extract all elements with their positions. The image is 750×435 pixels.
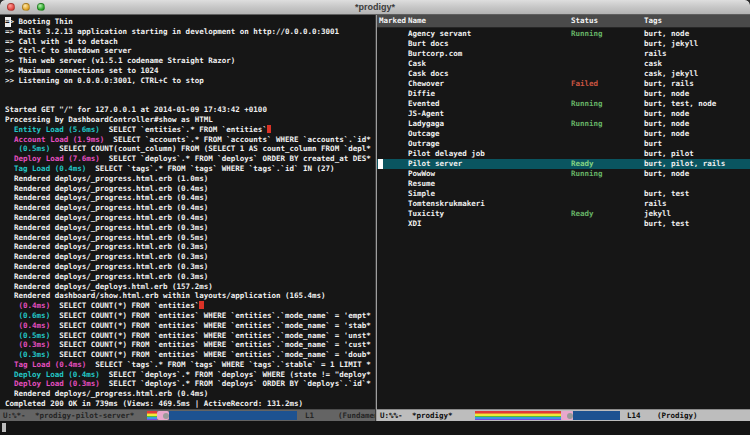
- log-line: Rendered deploys/_progress.html.erb (0.3…: [5, 223, 375, 233]
- log-line: Rendered deploys/_progress.html.erb (0.3…: [5, 272, 375, 282]
- log-text: Rendered deploys/_progress.html.erb (0.3…: [5, 272, 208, 281]
- service-tags: burt: [644, 139, 662, 149]
- log-text: Rendered deploys/_deploys.html.erb (157.…: [5, 282, 213, 291]
- service-tags: cask, jekyll: [644, 69, 698, 79]
- service-name: Outrage: [408, 139, 440, 149]
- window-title: *prodigy*: [0, 0, 750, 14]
- title-bar[interactable]: *prodigy*: [0, 0, 750, 15]
- service-row[interactable]: Burt docsburt, jekyll: [377, 39, 750, 49]
- log-text: SELECT COUNT(*) FROM `entities` WHERE `e…: [50, 350, 371, 359]
- nyan-cat-icon: [157, 411, 169, 420]
- service-status: Running: [571, 169, 603, 179]
- service-row[interactable]: Pilot serverReadyburt, pilot, rails: [377, 159, 750, 169]
- column-header-name[interactable]: Name: [408, 15, 426, 27]
- log-line: => Call with -d to detach: [5, 37, 375, 47]
- service-status: Ready: [571, 159, 594, 169]
- log-text: Account Load (1.9ms): [5, 135, 104, 144]
- service-tags: burt, jekyll: [644, 39, 698, 49]
- log-text: Started GET "/" for 127.0.0.1 at 2014-01…: [5, 105, 267, 114]
- log-text: Rendered deploys/_progress.html.erb (0.3…: [5, 223, 208, 232]
- log-text: SELECT `accounts`.* FROM `accounts` WHER…: [104, 135, 370, 144]
- service-name: Burt docs: [408, 39, 449, 49]
- log-line: => Booting Thin: [5, 17, 375, 27]
- minibuffer[interactable]: [0, 421, 750, 435]
- right-modeline[interactable]: U:%%- *prodigy* L14 (Prodigy): [377, 409, 750, 421]
- server-log-pane[interactable]: => Booting Thin=> Rails 3.2.13 applicati…: [0, 15, 375, 421]
- service-row[interactable]: LadygagaRunningburt, node: [377, 119, 750, 129]
- service-tags: burt, node: [644, 129, 689, 139]
- log-text: Rendered deploys/_progress.html.erb (0.4…: [5, 193, 208, 202]
- log-text: Deploy Load (7.6ms): [5, 154, 100, 163]
- service-name: Agency servant: [408, 29, 471, 39]
- modeline-flags: U:%%-: [380, 410, 403, 421]
- log-line: Account Load (1.9ms) SELECT `accounts`.*…: [5, 135, 375, 145]
- log-line: (0.4ms) SELECT COUNT(*) FROM `entities` …: [5, 321, 375, 331]
- service-tags: rails: [644, 199, 667, 209]
- service-row[interactable]: Tomtenskrukmakerirails: [377, 199, 750, 209]
- service-name: Diffie: [408, 89, 435, 99]
- column-header-status[interactable]: Status: [571, 15, 598, 27]
- log-line: >> Thin web server (v1.5.1 codename Stra…: [5, 56, 375, 66]
- minibuffer-cursor: [2, 423, 6, 432]
- service-tags: burt, node: [644, 89, 689, 99]
- service-status: Ready: [571, 209, 594, 219]
- log-text: Rendered deploys/_progress.html.erb (0.3…: [5, 262, 208, 271]
- left-modeline[interactable]: U:%*- *prodigy-pilot-server* L1 (Fundame…: [0, 409, 375, 421]
- service-row[interactable]: Burtcorp.comrails: [377, 49, 750, 59]
- column-header-marked[interactable]: Marked: [379, 15, 406, 27]
- log-line: Rendered deploys/_progress.html.erb (0.4…: [5, 213, 375, 223]
- log-text: => Ctrl-C to shutdown server: [5, 46, 131, 55]
- service-row[interactable]: Resume: [377, 179, 750, 189]
- log-line: (0.3ms) SELECT COUNT(*) FROM `entities` …: [5, 350, 375, 360]
- service-name: Tomtenskrukmakeri: [408, 199, 485, 209]
- modeline-buffer-name: *prodigy*: [412, 410, 453, 421]
- log-text: => Rails 3.2.13 application starting in …: [5, 27, 339, 36]
- service-name: Ladygaga: [408, 119, 444, 129]
- service-row[interactable]: JS-Agentburt, node: [377, 109, 750, 119]
- service-row[interactable]: Outrageburt: [377, 139, 750, 149]
- service-name: JS-Agent: [408, 109, 444, 119]
- log-line: Processing by DashboardController#show a…: [5, 115, 375, 125]
- log-text: Rendered deploys/_progress.html.erb (0.3…: [5, 242, 208, 251]
- modeline-major-mode: (Fundamen: [338, 410, 375, 421]
- prodigy-pane[interactable]: Marked Name Status Tags Agency servantRu…: [377, 15, 750, 421]
- service-row[interactable]: Pilot delayed jobburt, pilot: [377, 149, 750, 159]
- service-row[interactable]: Outcageburt, node: [377, 129, 750, 139]
- log-text: SELECT `entities`.* FROM `entities`: [100, 125, 267, 134]
- log-line: Rendered deploys/_progress.html.erb (0.5…: [5, 233, 375, 243]
- log-line: (0.5ms) SELECT COUNT(*) FROM `entities` …: [5, 331, 375, 341]
- service-row[interactable]: Caskcask: [377, 59, 750, 69]
- service-row[interactable]: XDIburt, test: [377, 219, 750, 229]
- service-name: Chewover: [408, 79, 444, 89]
- service-row[interactable]: EventedRunningburt, test, node: [377, 99, 750, 109]
- service-name: Outcage: [408, 129, 440, 139]
- log-text: Rendered dashboard/show.html.erb within …: [5, 291, 326, 300]
- log-line: (0.4ms) SELECT COUNT(*) FROM `entities`: [5, 301, 375, 311]
- log-text: >> Maximum connections set to 1024: [5, 66, 159, 75]
- column-header-tags[interactable]: Tags: [644, 15, 662, 27]
- service-row[interactable]: PowWowRunningburt, node: [377, 169, 750, 179]
- log-line: >> Maximum connections set to 1024: [5, 66, 375, 76]
- log-line: => Ctrl-C to shutdown server: [5, 46, 375, 56]
- service-tags: burt, test: [644, 189, 689, 199]
- service-row[interactable]: TuxicityReadyjekyll: [377, 209, 750, 219]
- service-name: Pilot server: [408, 159, 462, 169]
- trailing-whitespace-highlight: [267, 125, 272, 133]
- service-row[interactable]: Simpleburt, test: [377, 189, 750, 199]
- log-text: Completed 200 OK in 739ms (Views: 469.5m…: [5, 399, 303, 408]
- log-text: SELECT `deploys`.* FROM `deploys` ORDER …: [100, 379, 371, 388]
- service-row[interactable]: Diffieburt, node: [377, 89, 750, 99]
- service-row[interactable]: Cask docscask, jekyll: [377, 69, 750, 79]
- service-row[interactable]: Agency servantRunningburt, node: [377, 29, 750, 39]
- service-tags: rails: [644, 49, 667, 59]
- log-text: SELECT COUNT(*) FROM `entities` WHERE `e…: [50, 331, 371, 340]
- log-text: => Call with -d to detach: [5, 37, 118, 46]
- nyan-space-track: [169, 411, 297, 420]
- log-text: SELECT COUNT(count_column) FROM (SELECT …: [50, 144, 371, 153]
- log-text: SELECT `tags`.* FROM `tags` WHERE `tags`…: [86, 360, 370, 369]
- log-text: SELECT COUNT(*) FROM `entities` WHERE `e…: [50, 340, 371, 349]
- log-text: (0.6ms): [5, 311, 50, 320]
- log-line: (0.5ms) SELECT COUNT(count_column) FROM …: [5, 144, 375, 154]
- service-row[interactable]: ChewoverFailedburt, rails: [377, 79, 750, 89]
- service-tags: burt, test: [644, 219, 689, 229]
